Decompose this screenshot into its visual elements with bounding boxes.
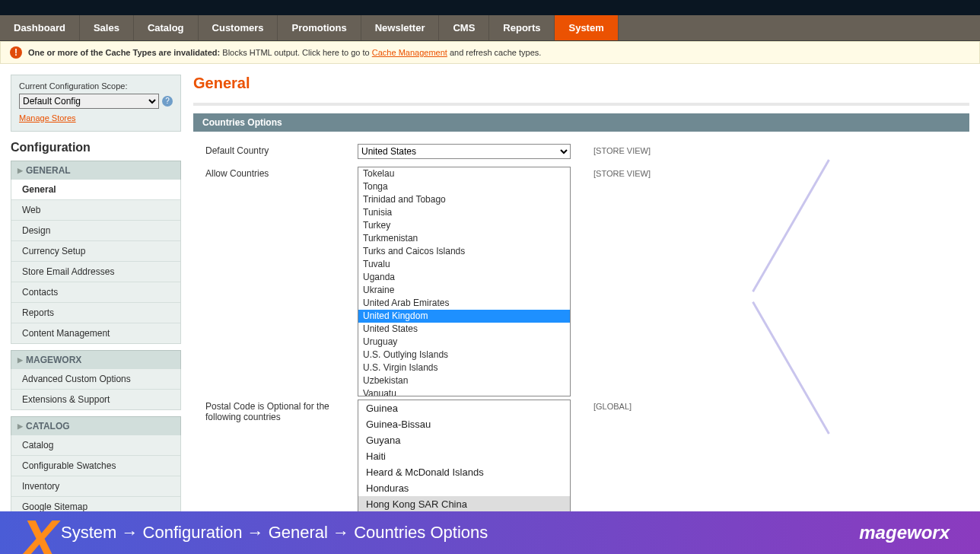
sidebar-head-catalog[interactable]: ▶CATALOG — [11, 416, 181, 435]
main-content: General Countries Options Default Countr… — [193, 75, 969, 521]
sidebar-head-mageworx[interactable]: ▶MAGEWORX — [11, 350, 181, 369]
section-head[interactable]: Countries Options — [193, 113, 969, 132]
sidebar-item-store-email-addresses[interactable]: Store Email Addresses — [11, 261, 180, 282]
default-country-scope: [STORE VIEW] — [593, 144, 651, 155]
country-option[interactable]: Vanuatu — [358, 387, 570, 396]
nav-dashboard[interactable]: Dashboard — [0, 15, 80, 40]
country-option[interactable]: U.S. Outlying Islands — [358, 349, 570, 361]
sidebar-item-web[interactable]: Web — [11, 199, 180, 220]
warning-icon: ! — [10, 46, 22, 59]
sidebar-head-label: GENERAL — [26, 165, 71, 176]
sidebar-head-label: CATALOG — [26, 421, 70, 431]
scope-select[interactable]: Default Config — [19, 94, 159, 109]
postal-country-option[interactable]: Heard & McDonald Islands — [358, 464, 570, 480]
country-option[interactable]: United Arab Emirates — [358, 297, 570, 310]
top-strip — [0, 0, 980, 15]
postal-optional-scope: [GLOBAL] — [593, 400, 632, 411]
default-country-row: Default Country United States [STORE VIE… — [205, 144, 969, 159]
country-option[interactable]: Trinidad and Tobago — [358, 193, 570, 206]
sidebar-head-label: MAGEWORX — [26, 355, 81, 365]
country-option[interactable]: Uzbekistan — [358, 374, 570, 387]
banner-logo: mageworx — [859, 522, 950, 524]
default-country-label: Default Country — [205, 144, 358, 156]
allow-countries-label: Allow Countries — [205, 167, 358, 179]
warning-prefix: One or more of the Cache Types are inval… — [28, 48, 220, 57]
banner-breadcrumb: System → Configuration → General → Count… — [61, 523, 488, 524]
nav-customers[interactable]: Customers — [199, 15, 278, 40]
country-option[interactable]: Turkmenistan — [358, 232, 570, 245]
postal-optional-multiselect[interactable]: GuineaGuinea-BissauGuyanaHaitiHeard & Mc… — [358, 400, 571, 513]
country-option[interactable]: Uruguay — [358, 336, 570, 349]
default-country-select[interactable]: United States — [358, 144, 571, 159]
warning-text: One or more of the Cache Types are inval… — [28, 48, 541, 57]
sidebar-item-contacts[interactable]: Contacts — [11, 282, 180, 302]
cache-management-link[interactable]: Cache Management — [372, 48, 447, 57]
help-icon[interactable]: ? — [162, 96, 173, 107]
nav-promotions[interactable]: Promotions — [278, 15, 361, 40]
cache-warning-bar: ! One or more of the Cache Types are inv… — [0, 41, 980, 64]
sidebar-item-content-management[interactable]: Content Management — [11, 323, 180, 343]
nav-cms[interactable]: CMS — [439, 15, 489, 40]
sidebar-item-catalog[interactable]: Catalog — [11, 435, 180, 455]
sidebar-item-configurable-swatches[interactable]: Configurable Swatches — [11, 455, 180, 476]
sidebar-item-reports[interactable]: Reports — [11, 302, 180, 323]
sidebar-item-currency-setup[interactable]: Currency Setup — [11, 240, 180, 261]
country-option[interactable]: United Kingdom — [358, 310, 570, 323]
sidebar-item-advanced-custom-options[interactable]: Advanced Custom Options — [11, 369, 180, 389]
postal-country-option[interactable]: Hong Kong SAR China — [358, 496, 570, 512]
allow-countries-multiselect[interactable]: TokelauTongaTrinidad and TobagoTunisiaTu… — [358, 167, 571, 396]
title-underline — [193, 103, 969, 106]
country-option[interactable]: United States — [358, 323, 570, 336]
postal-country-option[interactable]: Guyana — [358, 432, 570, 448]
main-nav: DashboardSalesCatalogCustomersPromotions… — [0, 15, 980, 41]
chevron-right-icon: ▶ — [18, 167, 23, 174]
country-option[interactable]: Tokelau — [358, 167, 570, 180]
allow-countries-scope: [STORE VIEW] — [593, 167, 651, 178]
bottom-banner: X System → Configuration → General → Cou… — [0, 511, 980, 524]
page-title: General — [193, 75, 969, 92]
country-option[interactable]: Uganda — [358, 271, 570, 284]
postal-country-option[interactable]: Guinea — [358, 400, 570, 416]
sidebar-item-general[interactable]: General — [11, 180, 180, 199]
country-option[interactable]: Turks and Caicos Islands — [358, 245, 570, 258]
chevron-right-icon: ▶ — [18, 356, 23, 364]
postal-country-option[interactable]: Honduras — [358, 480, 570, 496]
warning-body: Blocks HTML output. Click here to go to — [220, 48, 372, 57]
manage-stores-link[interactable]: Manage Stores — [19, 113, 76, 123]
sidebar-item-extensions-&-support[interactable]: Extensions & Support — [11, 389, 180, 409]
banner-x-icon: X — [21, 521, 58, 524]
sidebar-head-general[interactable]: ▶GENERAL — [11, 161, 181, 180]
nav-system[interactable]: System — [555, 15, 618, 40]
scope-label: Current Configuration Scope: — [19, 81, 173, 91]
country-option[interactable]: Ukraine — [358, 284, 570, 297]
nav-catalog[interactable]: Catalog — [134, 15, 199, 40]
country-option[interactable]: U.S. Virgin Islands — [358, 361, 570, 374]
postal-country-option[interactable]: Guinea-Bissau — [358, 416, 570, 432]
postal-optional-row: Postal Code is Optional for the followin… — [205, 400, 969, 513]
warning-suffix: and refresh cache types. — [447, 48, 542, 57]
chevron-right-icon: ▶ — [18, 422, 23, 430]
postal-country-option[interactable]: Haiti — [358, 448, 570, 464]
sidebar-item-design[interactable]: Design — [11, 220, 180, 240]
postal-optional-label: Postal Code is Optional for the followin… — [205, 400, 358, 422]
scope-box: Current Configuration Scope: Default Con… — [11, 75, 181, 132]
country-option[interactable]: Tonga — [358, 180, 570, 193]
sidebar-item-inventory[interactable]: Inventory — [11, 476, 180, 496]
nav-reports[interactable]: Reports — [489, 15, 555, 40]
config-heading: Configuration — [11, 141, 181, 154]
country-option[interactable]: Tuvalu — [358, 258, 570, 271]
allow-countries-row: Allow Countries TokelauTongaTrinidad and… — [205, 167, 969, 396]
country-option[interactable]: Turkey — [358, 219, 570, 232]
country-option[interactable]: Tunisia — [358, 206, 570, 219]
left-sidebar: Current Configuration Scope: Default Con… — [11, 75, 181, 524]
nav-newsletter[interactable]: Newsletter — [361, 15, 440, 40]
nav-sales[interactable]: Sales — [80, 15, 134, 40]
